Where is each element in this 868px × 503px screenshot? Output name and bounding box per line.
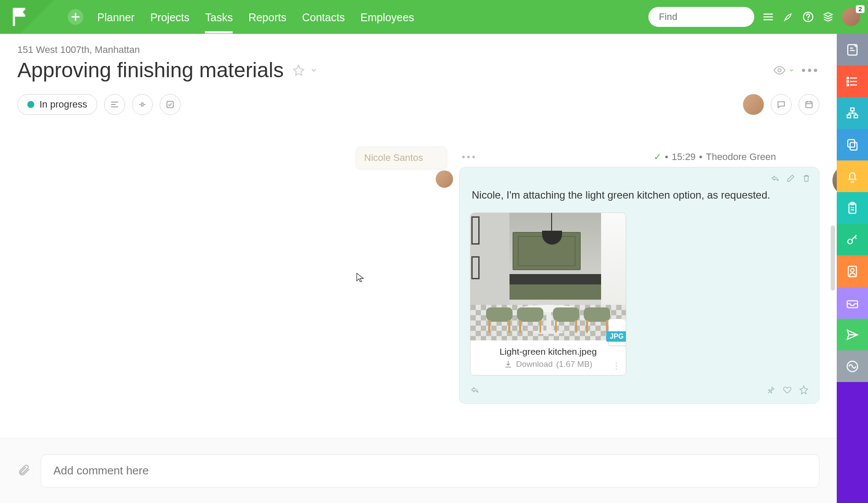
checklist-button[interactable]	[160, 94, 181, 115]
rsb-send[interactable]	[837, 319, 868, 350]
svg-rect-17	[847, 300, 858, 307]
comment-card: Nicole, I'm attaching the light green ki…	[459, 167, 819, 404]
nav-contacts[interactable]: Contacts	[302, 1, 345, 33]
top-nav: Planner Projects Tasks Reports Contacts …	[0, 0, 868, 34]
download-button[interactable]: Download (1.67 MB)	[504, 359, 592, 369]
task-toolbar: In progress	[0, 86, 837, 125]
nav-planner[interactable]: Planner	[97, 1, 135, 33]
svg-point-5	[847, 81, 848, 82]
recipient-avatar[interactable]	[436, 170, 453, 188]
title-dropdown-icon[interactable]	[310, 66, 318, 74]
rocket-icon[interactable]	[782, 11, 794, 23]
nav-reports[interactable]: Reports	[248, 1, 286, 33]
help-icon[interactable]	[802, 11, 814, 23]
attachment[interactable]: JPG Light-green kitchen.jpeg Download (1…	[470, 212, 626, 376]
attachment-thumbnail[interactable]: JPG	[470, 213, 626, 340]
download-icon	[504, 360, 513, 369]
nav-right: 2	[648, 7, 860, 27]
calendar-button[interactable]	[799, 94, 819, 115]
comment-stream: ••• ✓ • 15:29 • Theodore Green Nicole, I…	[0, 125, 837, 438]
user-avatar[interactable]: 2	[842, 8, 860, 26]
author-avatar[interactable]	[832, 165, 837, 196]
comment-footer	[470, 385, 809, 396]
description-button[interactable]	[104, 94, 125, 115]
rsb-activity[interactable]	[837, 350, 868, 382]
watch-toggle[interactable]	[773, 64, 795, 77]
create-button[interactable]	[68, 9, 83, 25]
pin-icon[interactable]	[766, 385, 776, 396]
right-sidebar	[837, 34, 868, 503]
nav-employees[interactable]: Employees	[361, 1, 414, 33]
compose-input-wrap[interactable]	[41, 454, 819, 487]
comment-menu[interactable]: •••	[462, 151, 477, 163]
attachment-menu[interactable]: ⋮	[612, 360, 621, 371]
layers-icon[interactable]	[822, 11, 834, 23]
attachment-filename: Light-green kitchen.jpeg	[470, 340, 626, 359]
nav-items: Planner Projects Tasks Reports Contacts …	[97, 1, 414, 33]
svg-point-6	[847, 84, 848, 86]
meta-sep: •	[665, 151, 668, 163]
comment-text: Nicole, I'm attaching the light green ki…	[472, 189, 807, 201]
rsb-clipboard[interactable]	[837, 192, 868, 224]
svg-point-2	[808, 19, 809, 20]
svg-rect-20	[167, 101, 174, 108]
reply-icon[interactable]	[770, 173, 780, 185]
compose-input[interactable]	[53, 464, 807, 477]
comment: ••• ✓ • 15:29 • Theodore Green Nicole, I…	[459, 151, 819, 404]
page-header: 151 West 1007th, Manhattan Approving fin…	[0, 34, 837, 86]
breadcrumb[interactable]: 151 West 1007th, Manhattan	[17, 44, 819, 56]
search-box[interactable]	[648, 7, 754, 27]
status-pill[interactable]: In progress	[17, 94, 97, 115]
svg-rect-7	[851, 108, 854, 111]
flag-icon	[12, 8, 27, 26]
favorite-icon[interactable]	[293, 64, 305, 76]
menu-icon[interactable]	[762, 11, 774, 23]
content: 151 West 1007th, Manhattan Approving fin…	[0, 34, 837, 503]
search-input[interactable]	[659, 11, 778, 23]
chat-button[interactable]	[771, 94, 792, 115]
compose-bar	[0, 438, 837, 503]
delete-icon[interactable]	[802, 173, 811, 185]
caret-down-icon	[789, 67, 795, 73]
rsb-bell[interactable]	[837, 160, 868, 192]
check-icon: ✓	[654, 151, 661, 163]
plus-icon	[71, 13, 80, 21]
nav-tasks[interactable]: Tasks	[205, 1, 233, 33]
svg-rect-8	[847, 115, 851, 118]
logo[interactable]	[0, 0, 64, 34]
rsb-key[interactable]	[837, 224, 868, 255]
assignee-avatar[interactable]	[743, 94, 764, 115]
rsb-copy[interactable]	[837, 129, 868, 160]
svg-rect-10	[850, 142, 857, 150]
svg-point-16	[851, 268, 854, 272]
rsb-inbox[interactable]	[837, 287, 868, 319]
svg-rect-21	[806, 102, 812, 108]
file-type-badge: JPG	[608, 319, 626, 346]
download-label: Download	[516, 359, 553, 369]
scrollbar-thumb[interactable]	[831, 225, 835, 291]
more-options[interactable]: •••	[802, 63, 819, 77]
meta-sep2: •	[699, 151, 703, 163]
star-comment-icon[interactable]	[799, 385, 809, 396]
edit-icon[interactable]	[786, 173, 796, 185]
reply-bottom-icon[interactable]	[470, 385, 480, 396]
svg-point-4	[847, 77, 848, 79]
rsb-org[interactable]	[837, 97, 868, 129]
download-size: (1.67 MB)	[556, 359, 592, 369]
svg-point-19	[778, 69, 781, 72]
status-label: In progress	[39, 99, 87, 110]
comment-actions	[770, 173, 811, 185]
nav-projects[interactable]: Projects	[150, 1, 189, 33]
rsb-fill	[837, 382, 868, 503]
timeline-button[interactable]	[132, 94, 153, 115]
eye-icon	[773, 64, 786, 77]
svg-rect-9	[854, 115, 858, 118]
rsb-list[interactable]	[837, 65, 868, 97]
attach-button[interactable]	[17, 464, 30, 478]
page-title: Approving finishing materials	[17, 58, 284, 82]
rsb-notes[interactable]	[837, 34, 868, 65]
attachment-download-row: Download (1.67 MB) ⋮	[470, 359, 626, 375]
heart-icon[interactable]	[783, 385, 792, 396]
comment-time: 15:29	[672, 151, 696, 163]
rsb-contact[interactable]	[837, 255, 868, 287]
